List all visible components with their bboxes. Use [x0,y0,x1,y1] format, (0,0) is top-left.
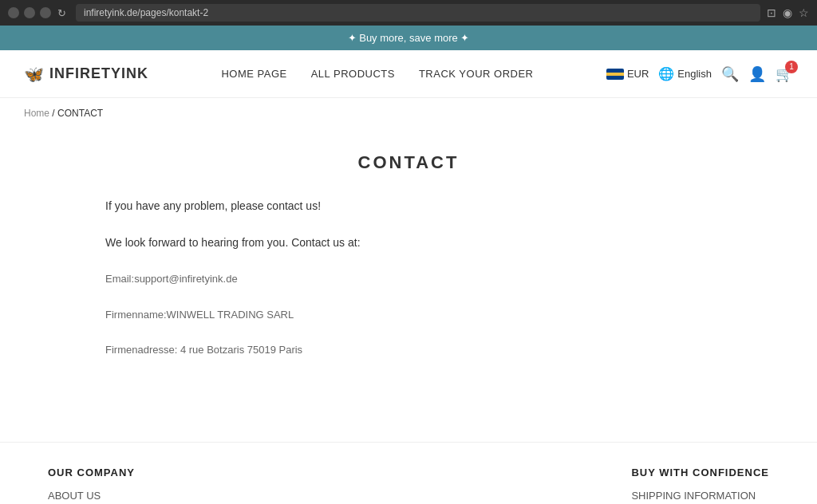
browser-controls [8,7,51,18]
address-label: Firmenadresse: [105,344,177,356]
nav-all-products[interactable]: ALL PRODUCTS [311,68,395,80]
globe-icon: 🌐 [658,66,674,81]
browser-bar: ↻ infiretyink.de/pages/kontakt-2 ⊡ ◉ ☆ [0,0,817,26]
logo-text: INFIRETYINK [49,65,148,82]
nav-home[interactable]: HOME PAGE [221,68,286,80]
browser-extension-icons: ⊡ ◉ ☆ [767,6,809,19]
language-label: English [677,68,712,80]
language-selector[interactable]: 🌐 English [658,66,712,81]
address-value: 4 rue Botzaris 75019 Paris [177,344,302,356]
extension-icon-3[interactable]: ☆ [799,6,809,19]
currency-selector[interactable]: EUR [606,68,649,80]
email-value: support@infiretyink.de [134,273,238,285]
email-label: Email: [105,273,134,285]
footer-link-about[interactable]: ABOUT US [48,490,135,502]
footer-col-company: OUR COMPANY ABOUT US CONTACT [48,467,135,504]
nav-track-order[interactable]: TRACK YOUR ORDER [419,68,534,80]
currency-label: EUR [627,68,649,80]
account-icon[interactable]: 👤 [748,65,766,83]
main-content: CONTACT If you have any problem, please … [89,128,728,442]
extension-icon-2[interactable]: ◉ [783,6,792,19]
page-title: CONTACT [105,152,712,173]
browser-btn-3[interactable] [40,7,51,18]
footer-col-confidence: BUY WITH CONFIDENCE SHIPPING INFORMATION… [631,467,769,504]
url-bar[interactable]: infiretyink.de/pages/kontakt-2 [76,4,760,22]
flag-icon [606,69,624,80]
breadcrumb-home[interactable]: Home [24,108,49,119]
cart-badge: 1 [785,61,798,73]
company-detail: Firmenname:WINWELL TRADING SARL [105,307,712,324]
footer-col-company-heading: OUR COMPANY [48,467,135,478]
header-right: EUR 🌐 English 🔍 👤 🛒 1 [606,65,793,83]
forward-text: We look forward to hearing from you. Con… [105,234,712,251]
breadcrumb-current: CONTACT [57,108,103,119]
logo-link[interactable]: 🦋 INFIRETYINK [24,65,148,84]
intro-text: If you have any problem, please contact … [105,197,712,215]
search-icon[interactable]: 🔍 [721,65,739,83]
company-value: WINWELL TRADING SARL [167,309,294,321]
breadcrumb: Home / CONTACT [0,98,817,128]
company-label: Firmenname: [105,309,167,321]
promo-text: ✦ Buy more, save more ✦ [348,32,470,44]
address-detail: Firmenadresse: 4 rue Botzaris 75019 Pari… [105,342,712,359]
email-detail: Email:support@infiretyink.de [105,271,712,288]
refresh-button[interactable]: ↻ [57,7,66,19]
browser-btn-1[interactable] [8,7,19,18]
logo-icon: 🦋 [24,65,45,84]
site-footer: OUR COMPANY ABOUT US CONTACT BUY WITH CO… [0,442,817,504]
extension-icon-1[interactable]: ⊡ [767,6,776,19]
site-header: 🦋 INFIRETYINK HOME PAGE ALL PRODUCTS TRA… [0,50,817,98]
cart-button[interactable]: 🛒 1 [776,65,793,83]
browser-btn-2[interactable] [24,7,35,18]
main-nav: HOME PAGE ALL PRODUCTS TRACK YOUR ORDER [221,68,533,80]
footer-link-shipping[interactable]: SHIPPING INFORMATION [631,490,769,502]
footer-col-confidence-heading: BUY WITH CONFIDENCE [631,467,769,478]
promo-banner: ✦ Buy more, save more ✦ [0,26,817,50]
